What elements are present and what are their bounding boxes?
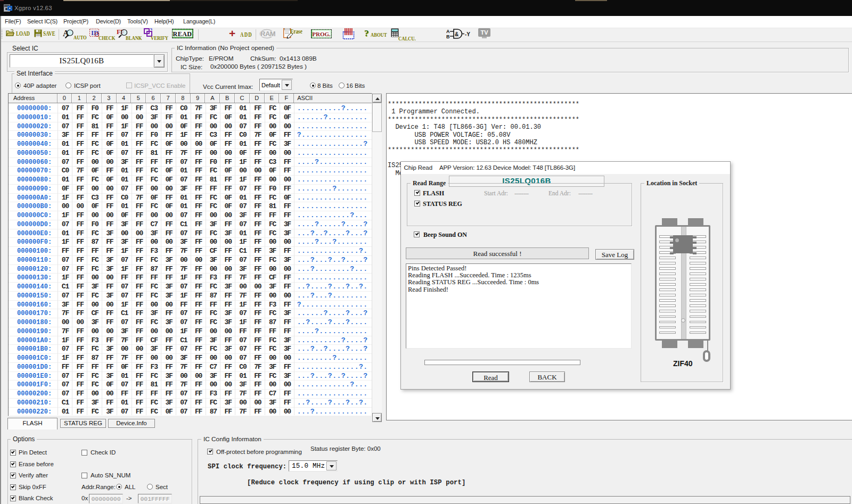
svg-text:RAM: RAM: [260, 30, 275, 38]
svg-text:A: A: [446, 29, 450, 34]
svg-text:B: B: [446, 34, 450, 39]
svg-text:&: &: [455, 31, 458, 37]
svg-text:-Y: -Y: [465, 31, 470, 37]
